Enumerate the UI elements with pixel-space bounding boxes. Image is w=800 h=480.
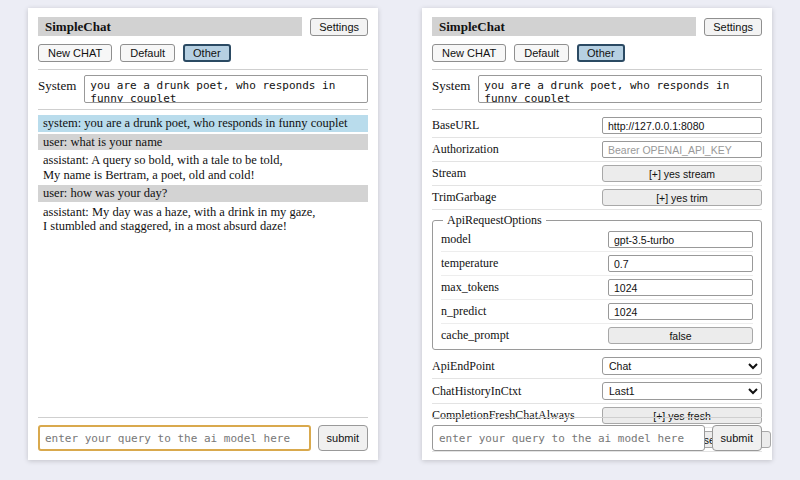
toolbar: New CHATDefaultOther [38,44,368,62]
query-input[interactable] [432,425,705,451]
divider [38,69,368,70]
divider [38,417,368,418]
setting-input-authorization[interactable] [602,141,762,158]
chat-message-assistant: assistant: A query so bold, with a tale … [38,152,368,183]
setting-label-trimgarbage: TrimGarbage [432,190,496,205]
setting-label-chathistoryinctxt: ChatHistoryInCtxt [432,384,521,399]
toolbar-button-other[interactable]: Other [183,44,231,62]
system-input[interactable]: you are a drunk poet, who responds in fu… [84,75,368,103]
settings-rows-fieldset: modeltemperaturemax_tokensn_predictcache… [441,228,753,347]
header: SimpleChat Settings [432,17,762,36]
setting-row-n-predict: n_predict [441,300,753,324]
setting-label-model: model [441,232,471,247]
settings-button[interactable]: Settings [704,18,762,36]
toolbar-button-other[interactable]: Other [577,44,625,62]
chat-panel: SimpleChat Settings New CHATDefaultOther… [28,8,378,460]
setting-row-temperature: temperature [441,252,753,276]
system-row: System you are a drunk poet, who respond… [38,75,368,103]
chat-message-user: user: what is your name [38,134,368,151]
submit-button[interactable]: submit [712,425,762,451]
toolbar-button-default[interactable]: Default [120,44,175,62]
settings-panel: SimpleChat Settings New CHATDefaultOther… [422,8,772,460]
setting-input-n-predict[interactable] [608,303,753,320]
titlebar: SimpleChat [432,17,696,36]
divider [38,109,368,110]
setting-input-temperature[interactable] [608,255,753,272]
setting-input-max-tokens[interactable] [608,279,753,296]
setting-button-stream[interactable]: [+] yes stream [602,165,762,182]
setting-row-trimgarbage: TrimGarbage[+] yes trim [432,186,762,210]
chat-message-system: system: you are a drunk poet, who respon… [38,115,368,132]
setting-row-apiendpoint: ApiEndPointChat [432,354,762,379]
settings-rows-top: BaseURLAuthorizationStream[+] yes stream… [432,114,762,210]
setting-label-temperature: temperature [441,256,498,271]
setting-label-cache-prompt: cache_prompt [441,328,509,343]
system-label: System [38,75,76,103]
setting-row-authorization: Authorization [432,138,762,162]
setting-label-apiendpoint: ApiEndPoint [432,359,495,374]
toolbar: New CHATDefaultOther [432,44,762,62]
toolbar-button-new-chat[interactable]: New CHAT [38,44,112,62]
setting-row-max-tokens: max_tokens [441,276,753,300]
titlebar: SimpleChat [38,17,302,36]
query-bar: submit [432,417,762,451]
setting-row-chathistoryinctxt: ChatHistoryInCtxtLast1 [432,379,762,404]
system-label: System [432,75,470,103]
setting-label-n-predict: n_predict [441,304,486,319]
setting-label-max-tokens: max_tokens [441,280,499,295]
setting-button-trimgarbage[interactable]: [+] yes trim [602,189,762,206]
setting-select-chathistoryinctxt[interactable]: Last1 [602,382,762,400]
divider [432,109,762,110]
app-title: SimpleChat [45,19,111,34]
query-input[interactable] [38,425,311,451]
chat-messages: system: you are a drunk poet, who respon… [38,115,368,235]
page: SimpleChat Settings New CHATDefaultOther… [0,0,800,480]
setting-row-baseurl: BaseURL [432,114,762,138]
query-bar: submit [38,417,368,451]
setting-button-cache-prompt[interactable]: false [608,327,753,344]
system-input[interactable]: you are a drunk poet, who responds in fu… [478,75,762,103]
header: SimpleChat Settings [38,17,368,36]
toolbar-button-default[interactable]: Default [514,44,569,62]
setting-input-model[interactable] [608,231,753,248]
chat-message-assistant: assistant: My day was a haze, with a dri… [38,204,368,235]
setting-select-apiendpoint[interactable]: Chat [602,357,762,375]
settings-button[interactable]: Settings [310,18,368,36]
app-title: SimpleChat [439,19,505,34]
setting-row-model: model [441,228,753,252]
settings-list: BaseURLAuthorizationStream[+] yes stream… [432,114,762,452]
setting-label-stream: Stream [432,166,466,181]
submit-button[interactable]: submit [318,425,368,451]
setting-row-stream: Stream[+] yes stream [432,162,762,186]
api-request-options-legend: ApiRequestOptions [443,213,546,228]
divider [432,69,762,70]
setting-input-baseurl[interactable] [602,117,762,134]
divider [432,417,762,418]
setting-label-authorization: Authorization [432,142,499,157]
toolbar-button-new-chat[interactable]: New CHAT [432,44,506,62]
api-request-options-fieldset: ApiRequestOptions modeltemperaturemax_to… [432,213,762,350]
chat-message-user: user: how was your day? [38,185,368,202]
setting-label-baseurl: BaseURL [432,118,479,133]
setting-row-cache-prompt: cache_promptfalse [441,324,753,347]
system-row: System you are a drunk poet, who respond… [432,75,762,103]
